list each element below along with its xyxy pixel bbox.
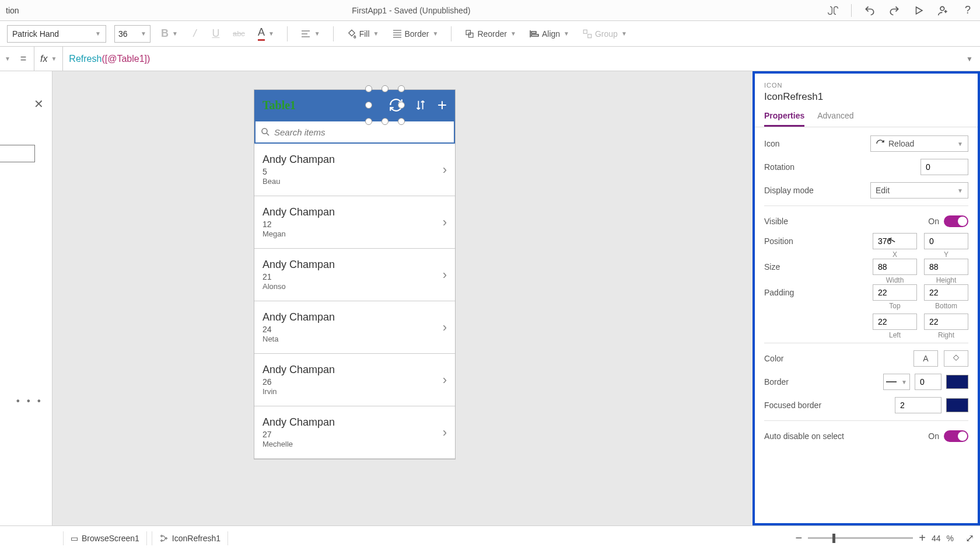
formula-input[interactable]: Refresh([@Table1]): [63, 53, 975, 64]
autodisable-toggle[interactable]: [944, 430, 968, 442]
item-title: Andy Champan: [262, 311, 335, 323]
design-canvas[interactable]: Table1 +: [52, 71, 752, 525]
border-width-input[interactable]: [915, 374, 942, 390]
play-icon[interactable]: [912, 4, 925, 17]
item-title: Andy Champan: [262, 154, 335, 166]
border-button[interactable]: Border▼: [390, 25, 441, 43]
item-number: 26: [262, 377, 335, 387]
close-icon[interactable]: ✕: [34, 97, 44, 111]
fill-button[interactable]: Fill▼: [344, 25, 382, 43]
tab-advanced[interactable]: Advanced: [817, 111, 853, 127]
item-title: Andy Champan: [262, 259, 335, 271]
search-row[interactable]: [254, 120, 455, 144]
gallery-title: Table1: [262, 99, 296, 112]
prop-focusedborder-label: Focused border: [764, 401, 821, 410]
formula-expand-icon[interactable]: ▼: [966, 55, 973, 63]
list-item[interactable]: Andy Champan 12 Megan ›: [254, 196, 455, 249]
formula-bar: ▼ = fx▼ Refresh([@Table1]) ▼: [0, 47, 980, 71]
reorder-button[interactable]: Reorder▼: [462, 25, 519, 43]
gallery-header: Table1 +: [254, 90, 455, 120]
italic-button[interactable]: /: [188, 25, 201, 43]
border-style-dropdown[interactable]: ▼: [883, 374, 910, 390]
bold-button[interactable]: B▼: [159, 25, 180, 43]
zoom-percent: 44: [932, 534, 941, 543]
focusedborder-color-swatch[interactable]: [946, 398, 968, 412]
position-y-input[interactable]: [924, 233, 968, 249]
status-bar: ▭ BrowseScreen1 IconRefresh1 − + 44 % ⤢: [0, 525, 980, 550]
position-x-input[interactable]: [873, 233, 917, 249]
leftpane-thumbnail[interactable]: [0, 145, 35, 162]
help-icon[interactable]: ?: [961, 4, 974, 17]
svg-point-19: [160, 539, 162, 541]
padding-right-input[interactable]: [924, 314, 968, 330]
svg-line-17: [267, 133, 269, 135]
zoom-in-button[interactable]: +: [919, 531, 926, 545]
list-item[interactable]: Andy Champan 5 Beau ›: [254, 144, 455, 196]
tab-properties[interactable]: Properties: [764, 111, 804, 127]
add-icon[interactable]: +: [438, 96, 447, 114]
displaymode-dropdown[interactable]: Edit▼: [870, 182, 968, 199]
icon-tree-icon: [159, 534, 169, 543]
size-width-input[interactable]: [873, 259, 917, 275]
svg-marker-0: [916, 7, 923, 14]
svg-rect-10: [469, 33, 474, 37]
chevron-right-icon: ›: [443, 320, 447, 335]
svg-rect-14: [583, 30, 587, 33]
list-item[interactable]: Andy Champan 26 Irvin ›: [254, 354, 455, 406]
app-title: FirstApp1 - Saved (Unpublished): [19, 6, 827, 15]
breadcrumb-control[interactable]: IconRefresh1: [152, 531, 228, 545]
group-button[interactable]: Group▼: [580, 25, 629, 43]
padding-left-input[interactable]: [873, 314, 917, 330]
breadcrumb-screen[interactable]: ▭ BrowseScreen1: [63, 531, 147, 545]
sort-icon[interactable]: [414, 99, 427, 112]
underline-button[interactable]: U: [209, 25, 222, 43]
svg-rect-13: [531, 34, 538, 36]
size-height-input[interactable]: [924, 259, 968, 275]
rotation-input[interactable]: [921, 159, 968, 175]
chevron-right-icon: ›: [443, 425, 447, 440]
search-input[interactable]: [274, 127, 449, 137]
redo-icon[interactable]: [888, 4, 901, 17]
fill-color-button[interactable]: [944, 350, 968, 367]
list-item[interactable]: Andy Champan 27 Mechelle ›: [254, 406, 455, 459]
item-name: Megan: [262, 229, 335, 238]
text-align-button[interactable]: ▼: [298, 25, 323, 43]
prop-position-label: Position: [764, 236, 793, 246]
visible-toggle[interactable]: [944, 215, 968, 227]
refresh-icon[interactable]: [388, 98, 404, 113]
svg-point-18: [160, 535, 162, 537]
ribbon-toolbar: Patrick Hand▼ 36▼ B▼ / U abc A▼ ▼ Fill▼ …: [0, 21, 980, 47]
zoom-out-button[interactable]: −: [796, 531, 803, 545]
focusedborder-width-input[interactable]: [895, 397, 942, 413]
list-item[interactable]: Andy Champan 21 Alonso ›: [254, 249, 455, 301]
item-number: 24: [262, 325, 335, 334]
undo-icon[interactable]: [863, 4, 876, 17]
align-button[interactable]: Align▼: [527, 25, 572, 43]
prop-autodisable-label: Auto disable on select: [764, 431, 844, 441]
chevron-down-icon: ▼: [957, 187, 963, 194]
strikethrough-button[interactable]: abc: [230, 25, 247, 43]
font-dropdown[interactable]: Patrick Hand▼: [7, 25, 106, 43]
fontsize-dropdown[interactable]: 36▼: [114, 25, 150, 43]
share-icon[interactable]: [937, 4, 950, 17]
title-bar: tion FirstApp1 - Saved (Unpublished) ?: [0, 0, 980, 21]
text-color-button[interactable]: A: [914, 350, 938, 367]
item-name: Irvin: [262, 387, 335, 396]
border-color-swatch[interactable]: [946, 375, 968, 389]
fx-button[interactable]: fx▼: [34, 47, 63, 71]
list-item[interactable]: Andy Champan 24 Neta ›: [254, 301, 455, 354]
padding-bottom-input[interactable]: [924, 284, 968, 301]
icon-dropdown[interactable]: Reload ▼: [870, 135, 968, 152]
font-color-button[interactable]: A▼: [256, 25, 276, 43]
app-checker-icon[interactable]: [827, 4, 839, 17]
item-name: Beau: [262, 177, 335, 186]
overflow-icon[interactable]: • • •: [16, 396, 43, 406]
fit-screen-icon[interactable]: ⤢: [965, 532, 974, 545]
font-value: Patrick Hand: [12, 29, 59, 39]
property-dropdown[interactable]: ▼: [5, 55, 13, 62]
zoom-slider[interactable]: [808, 537, 913, 539]
item-number: 12: [262, 220, 335, 229]
reload-icon: [876, 139, 885, 148]
item-number: 5: [262, 167, 335, 176]
padding-top-input[interactable]: [873, 284, 917, 301]
